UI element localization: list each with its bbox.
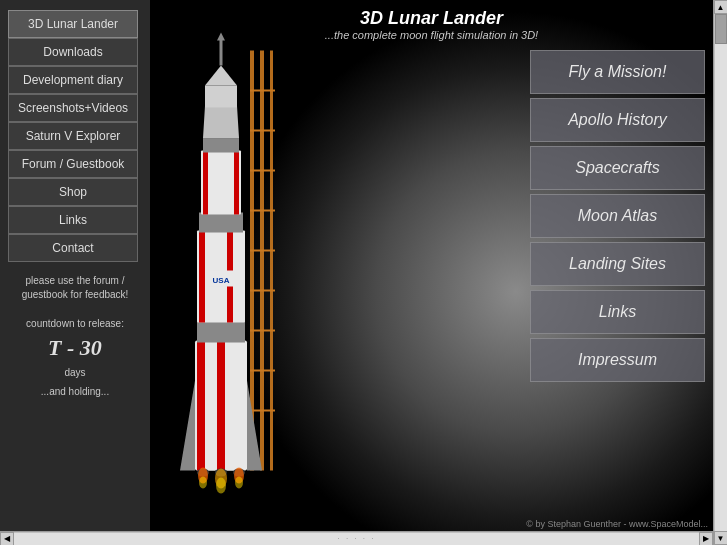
sidebar-nav-button-1[interactable]: Downloads (8, 38, 138, 66)
scroll-bottom-track[interactable]: · · · · · (14, 533, 699, 545)
svg-rect-2 (270, 51, 273, 471)
svg-marker-21 (247, 381, 262, 471)
svg-rect-14 (207, 341, 215, 471)
main-menu-item-2[interactable]: Spacecrafts (530, 146, 705, 190)
main-menu-item-1[interactable]: Apollo History (530, 98, 705, 142)
svg-marker-20 (180, 381, 195, 471)
sidebar-nav-button-5[interactable]: Forum / Guestbook (8, 150, 138, 178)
svg-point-42 (216, 478, 226, 494)
sidebar-nav-button-2[interactable]: Development diary (8, 66, 138, 94)
sidebar-nav-button-8[interactable]: Contact (8, 234, 138, 262)
svg-rect-13 (197, 341, 205, 471)
svg-rect-15 (217, 341, 225, 471)
svg-marker-33 (203, 106, 239, 139)
center-area: USA (150, 0, 713, 531)
main-menu-item-5[interactable]: Links (530, 290, 705, 334)
countdown-days: days (8, 365, 142, 380)
page-subtitle: ...the complete moon flight simulation i… (150, 29, 713, 41)
svg-rect-32 (203, 139, 239, 153)
svg-rect-24 (199, 231, 205, 323)
scroll-left-arrow[interactable]: ◀ (0, 532, 14, 546)
svg-rect-22 (197, 321, 245, 343)
sidebar: 3D Lunar LanderDownloadsDevelopment diar… (0, 0, 150, 531)
scroll-right-arrow[interactable]: ▶ (699, 532, 713, 546)
sidebar-note: please use the forum / guestbook for fee… (8, 274, 142, 302)
main-menu-item-0[interactable]: Fly a Mission! (530, 50, 705, 94)
countdown-value: T - 30 (8, 335, 142, 361)
page-title-area: 3D Lunar Lander ...the complete moon fli… (150, 8, 713, 41)
svg-text:USA: USA (213, 276, 230, 285)
right-menu: Fly a Mission!Apollo HistorySpacecraftsM… (530, 50, 705, 382)
scroll-bottom-dots: · · · · · (337, 534, 375, 543)
scroll-down-arrow[interactable]: ▼ (714, 531, 728, 545)
main-menu-item-6[interactable]: Impressum (530, 338, 705, 382)
page-title: 3D Lunar Lander (150, 8, 713, 29)
main-content: 3D Lunar LanderDownloadsDevelopment diar… (0, 0, 713, 531)
svg-rect-30 (203, 151, 208, 215)
scroll-track[interactable] (715, 14, 727, 531)
scroll-up-arrow[interactable]: ▲ (714, 0, 728, 14)
svg-rect-28 (199, 213, 243, 233)
main-menu-item-4[interactable]: Landing Sites (530, 242, 705, 286)
copyright-text: © by Stephan Guenther - www.SpaceModel..… (526, 519, 708, 529)
sidebar-nav-button-6[interactable]: Shop (8, 178, 138, 206)
countdown-label: countdown to release: (8, 316, 142, 331)
bottom-scrollbar[interactable]: ◀ · · · · · ▶ (0, 531, 713, 545)
svg-rect-1 (260, 51, 264, 471)
svg-point-41 (199, 477, 207, 489)
sidebar-nav-button-0[interactable]: 3D Lunar Lander (8, 10, 138, 38)
sidebar-nav-button-7[interactable]: Links (8, 206, 138, 234)
svg-marker-35 (205, 66, 237, 86)
svg-rect-16 (227, 341, 235, 471)
svg-point-43 (235, 477, 243, 489)
scroll-thumb[interactable] (715, 14, 727, 44)
main-menu-item-3[interactable]: Moon Atlas (530, 194, 705, 238)
rocket-image: USA (165, 20, 295, 521)
sidebar-nav-button-3[interactable]: Screenshots+Videos (8, 94, 138, 122)
svg-rect-34 (205, 86, 237, 108)
sidebar-nav-button-4[interactable]: Saturn V Explorer (8, 122, 138, 150)
countdown-holding: ...and holding... (8, 384, 142, 399)
right-scrollbar[interactable]: ▲ ▼ (713, 0, 727, 545)
svg-rect-31 (234, 151, 239, 215)
